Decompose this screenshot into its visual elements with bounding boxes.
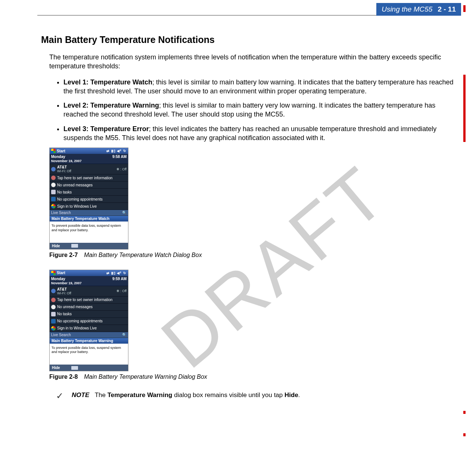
start-button[interactable]: Start <box>51 149 65 153</box>
bluetooth-status: ❋ : Off <box>116 289 127 293</box>
time-label: 9:58 AM <box>112 155 127 159</box>
globe-icon <box>51 167 56 171</box>
row-text: Sign in to Windows Live <box>57 204 97 208</box>
keyboard-icon[interactable] <box>71 366 78 370</box>
list-item: Level 3: Temperature Error; this level i… <box>63 124 454 143</box>
live-search-row[interactable]: Live Search 🔍 <box>50 210 128 216</box>
figure-text: Main Battery Temperature Watch Dialog Bo… <box>84 252 202 258</box>
today-item-tasks[interactable]: No tasks <box>50 311 128 318</box>
figure-caption: Figure 2-8 Main Battery Temperature Warn… <box>49 374 454 380</box>
level-label: Level 2: Temperature Warning <box>63 102 159 109</box>
live-search-row[interactable]: Live Search 🔍 <box>50 332 128 338</box>
temperature-warning-dialog: Main Battery Temperature Warning To prev… <box>50 338 128 365</box>
note-mid: dialog box remains visible until you tap <box>172 391 285 399</box>
wifi-status: Wi-Fi: Off <box>57 291 71 295</box>
today-item-windows-live[interactable]: Sign in to Windows Live <box>50 203 128 210</box>
level-label: Level 3: Temperature Error <box>63 125 149 133</box>
change-bar-icon <box>463 433 466 436</box>
header-title-box: Using the MC55 2 - 11 <box>376 3 461 16</box>
note-label: NOTE <box>72 391 89 399</box>
day-label: Monday <box>51 155 65 159</box>
start-label: Start <box>57 271 65 275</box>
change-bar-icon <box>463 5 466 12</box>
dialog-body: To prevent possible data loss, suspend s… <box>50 221 128 243</box>
screenshot-temperature-warning: Start ⇄ ▮▯ ◀ᴱ ↻ Monday November 19, 2007… <box>49 270 128 372</box>
row-text: No upcoming appointments <box>57 197 103 201</box>
page-content: Main Battery Temperature Notifications T… <box>41 34 454 400</box>
figure-text: Main Battery Temperature Warning Dialog … <box>84 374 207 380</box>
temperature-watch-dialog: Main Battery Temperature Watch To preven… <box>50 216 128 243</box>
windows-flag-icon <box>51 271 56 275</box>
carrier-row[interactable]: AT&T Wi-Fi: Off ❋ : Off <box>50 286 128 297</box>
page-header: Using the MC55 2 - 11 <box>37 0 461 16</box>
intro-paragraph: The temperature notification system impl… <box>49 53 454 71</box>
figure-label: Figure 2-8 <box>49 374 78 380</box>
today-item-tasks[interactable]: No tasks <box>50 189 128 196</box>
note-prefix: The <box>95 391 108 399</box>
note-text: NOTE The Temperature Warning dialog box … <box>72 391 300 399</box>
today-item-owner[interactable]: Tap here to set owner information <box>50 174 128 182</box>
tasks-icon <box>51 312 56 316</box>
list-item: Level 1: Temperature Watch; this level i… <box>63 78 454 96</box>
figure-label: Figure 2-7 <box>49 252 78 258</box>
level-label: Level 1: Temperature Watch <box>63 78 152 86</box>
calendar-icon <box>51 197 56 201</box>
start-button[interactable]: Start <box>51 271 65 275</box>
note-suffix: . <box>298 391 300 399</box>
hide-button[interactable]: Hide <box>52 366 60 370</box>
today-item-messages[interactable]: No unread messages <box>50 182 128 189</box>
dialog-body: To prevent possible data loss, suspend s… <box>50 344 128 365</box>
windows-live-icon <box>51 204 56 208</box>
carrier-row[interactable]: AT&T Wi-Fi: Off ❋ : Off <box>50 164 128 174</box>
today-item-owner[interactable]: Tap here to set owner information <box>50 297 128 304</box>
wifi-status: Wi-Fi: Off <box>57 169 71 173</box>
date-label: November 19, 2007 <box>51 281 82 285</box>
search-icon: 🔍 <box>122 333 127 337</box>
owner-icon <box>51 176 56 180</box>
search-label: Live Search <box>51 211 71 215</box>
today-item-appointments[interactable]: No upcoming appointments <box>50 196 128 203</box>
date-label: November 19, 2007 <box>51 159 82 163</box>
date-row[interactable]: Monday November 19, 2007 9:59 AM <box>50 276 128 286</box>
carrier-label: AT&T <box>57 287 71 291</box>
note-block: ✓ NOTE The Temperature Warning dialog bo… <box>56 391 454 400</box>
status-icons: ⇄ ▮▯ ◀ᴱ ↻ <box>106 149 127 153</box>
globe-icon <box>51 289 56 293</box>
section-heading: Main Battery Temperature Notifications <box>41 34 454 45</box>
today-item-appointments[interactable]: No upcoming appointments <box>50 318 128 325</box>
softkey-bar: Hide <box>50 243 128 249</box>
dialog-title: Main Battery Temperature Warning <box>50 338 128 344</box>
change-bar-icon <box>463 411 466 414</box>
list-item: Level 2: Temperature Warning; this level… <box>63 101 454 119</box>
keyboard-icon[interactable] <box>71 244 78 248</box>
note-bold-1: Temperature Warning <box>108 391 172 399</box>
time-label: 9:59 AM <box>112 277 127 281</box>
search-icon: 🔍 <box>122 211 127 215</box>
row-text: Tap here to set owner information <box>57 176 112 180</box>
status-icons: ⇄ ▮▯ ◀ᴱ ↻ <box>106 271 127 275</box>
chapter-title: Using the MC55 <box>382 5 432 13</box>
note-bold-2: Hide <box>284 391 298 399</box>
change-bar-icon <box>463 75 466 142</box>
row-text: No tasks <box>57 312 72 316</box>
mail-icon <box>51 305 56 309</box>
date-row[interactable]: Monday November 19, 2007 9:58 AM <box>50 154 128 164</box>
bluetooth-status: ❋ : Off <box>116 167 127 171</box>
hide-button[interactable]: Hide <box>52 244 60 248</box>
wm-taskbar: Start ⇄ ▮▯ ◀ᴱ ↻ <box>50 270 128 276</box>
screenshot-temperature-watch: Start ⇄ ▮▯ ◀ᴱ ↻ Monday November 19, 2007… <box>49 148 128 250</box>
today-item-windows-live[interactable]: Sign in to Windows Live <box>50 325 128 332</box>
row-text: No unread messages <box>57 183 93 187</box>
dialog-title: Main Battery Temperature Watch <box>50 216 128 221</box>
level-list: Level 1: Temperature Watch; this level i… <box>63 78 454 143</box>
tasks-icon <box>51 190 56 194</box>
today-item-messages[interactable]: No unread messages <box>50 304 128 311</box>
owner-icon <box>51 298 56 302</box>
calendar-icon <box>51 319 56 323</box>
softkey-bar: Hide <box>50 365 128 371</box>
windows-flag-icon <box>51 149 56 153</box>
row-text: No tasks <box>57 190 72 194</box>
day-label: Monday <box>51 277 65 281</box>
row-text: Sign in to Windows Live <box>57 326 97 330</box>
start-label: Start <box>57 149 65 153</box>
